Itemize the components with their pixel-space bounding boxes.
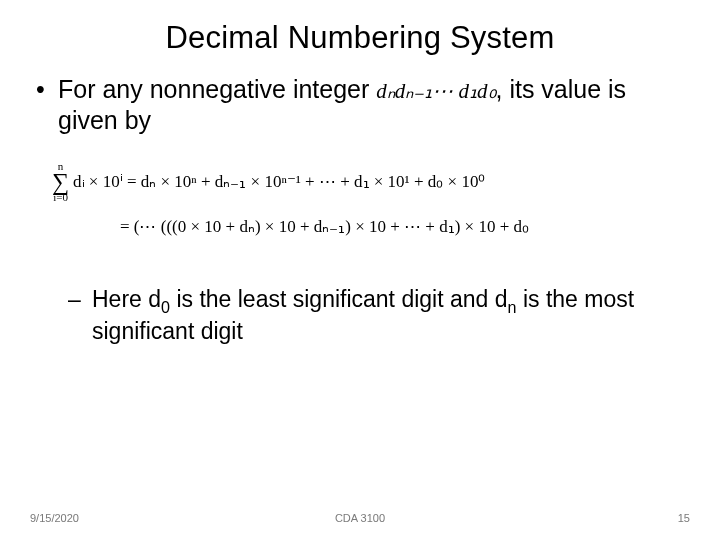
bullet1-math: dₙdₙ₋₁⋯ d₁d₀	[376, 79, 495, 103]
formula-block: n ∑ i=0 dᵢ × 10ⁱ = dₙ × 10ⁿ + dₙ₋₁ × 10ⁿ…	[52, 161, 690, 245]
bullet-sub: Here d0 is the least significant digit a…	[30, 285, 690, 347]
bullet1-text-pre: For any nonnegative integer	[58, 75, 376, 103]
slide-footer: 9/15/2020 CDA 3100 15	[0, 512, 720, 524]
formula-body-1: dᵢ × 10ⁱ = dₙ × 10ⁿ + dₙ₋₁ × 10ⁿ⁻¹ + ⋯ +…	[73, 164, 485, 200]
sub-n: n	[508, 297, 517, 315]
bullet2-a: Here d	[92, 286, 161, 312]
bullet2-b: is the least significant digit and d	[170, 286, 508, 312]
sub-zero: 0	[161, 297, 170, 315]
formula-line-1: n ∑ i=0 dᵢ × 10ⁱ = dₙ × 10ⁿ + dₙ₋₁ × 10ⁿ…	[52, 161, 690, 203]
slide-title: Decimal Numbering System	[30, 20, 690, 56]
footer-course: CDA 3100	[335, 512, 385, 524]
formula-line-2: = (⋯ (((0 × 10 + dₙ) × 10 + dₙ₋₁) × 10 +…	[120, 209, 690, 245]
sigma-lower: i=0	[53, 192, 68, 203]
sigma-symbol: ∑	[52, 172, 69, 192]
footer-page: 15	[678, 512, 690, 524]
sigma-notation: n ∑ i=0	[52, 161, 69, 203]
footer-date: 9/15/2020	[30, 512, 79, 524]
bullet-main: For any nonnegative integer dₙdₙ₋₁⋯ d₁d₀…	[30, 74, 690, 137]
